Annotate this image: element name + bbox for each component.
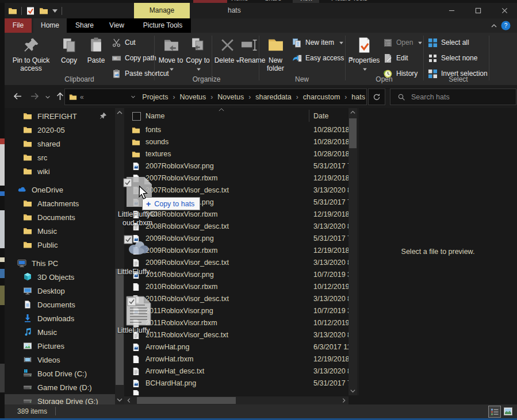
- sidebar-item[interactable]: Music: [5, 325, 115, 339]
- file-row[interactable]: 2009RobloxVisor.png 5/31/2017 7: [124, 233, 349, 245]
- file-row[interactable]: BCHardHat.png 5/31/2017 7: [124, 377, 349, 390]
- copy-path-button[interactable]: W... Copy path: [112, 52, 156, 64]
- scroll-left-icon[interactable]: [126, 398, 132, 403]
- move-to-button[interactable]: Move to: [156, 34, 185, 72]
- new-item-button[interactable]: New item: [292, 36, 343, 49]
- file-row[interactable]: 2008RobloxVisor_desc.txt 3/13/2020 8: [124, 221, 349, 233]
- folder-icon[interactable]: [39, 6, 48, 16]
- recent-locations-chevron-icon[interactable]: [45, 94, 51, 100]
- file-row[interactable]: fonts 10/28/2018: [124, 124, 349, 136]
- breadcrumb-item[interactable]: shareddata: [254, 93, 293, 101]
- sidebar-item[interactable]: 2020-05: [5, 123, 115, 137]
- large-icons-view-button[interactable]: [502, 406, 514, 417]
- file-row[interactable]: ArrowHat.png 6/3/2017 11: [124, 341, 349, 353]
- tab-share[interactable]: Share: [69, 18, 100, 33]
- breadcrumb-item[interactable]: Projects: [141, 93, 169, 101]
- scroll-right-icon[interactable]: [341, 398, 347, 403]
- file-row[interactable]: 2009RobloxVisor.rbxm 12/19/2018: [124, 245, 349, 257]
- sidebar-item[interactable]: Documents: [5, 210, 115, 224]
- pin-to-quick-access-button[interactable]: Pin to Quick access: [7, 34, 55, 72]
- up-icon[interactable]: [55, 91, 65, 101]
- scroll-up-icon[interactable]: [350, 109, 356, 115]
- back-icon[interactable]: [13, 91, 22, 101]
- sidebar-item[interactable]: Pictures: [5, 339, 115, 353]
- cut-button[interactable]: Cut: [112, 36, 136, 49]
- minimize-button[interactable]: [439, 3, 465, 18]
- file-row[interactable]: 2010RobloxVisor_desc.txt 3/13/2020 8: [124, 293, 349, 305]
- file-row[interactable]: 2007RobloxVisor.png 5/31/2017 7: [124, 160, 349, 172]
- file-row[interactable]: 2010RobloxVisor.png 10/7/2019 3: [124, 269, 349, 281]
- breadcrumb-item[interactable]: hats: [350, 93, 366, 101]
- sidebar-item[interactable]: Boot Drive (C:): [5, 367, 115, 380]
- breadcrumb-item[interactable]: charcustom: [302, 93, 342, 101]
- sidebar-item[interactable]: 3D Objects: [5, 270, 115, 284]
- file-row[interactable]: 2011RobloxVisor_desc.txt 3/13/2020 8: [124, 329, 349, 341]
- file-row[interactable]: sounds 10/28/2018: [124, 136, 349, 148]
- sidebar-item[interactable]: shared: [5, 137, 115, 151]
- sidebar-item[interactable]: Game Drive (D:): [5, 380, 115, 394]
- sidebar-item[interactable]: Documents: [5, 298, 115, 311]
- file-row[interactable]: 2011RobloxVisor.png 10/7/2019 3: [124, 305, 349, 317]
- close-button[interactable]: [492, 3, 517, 18]
- delete-button[interactable]: Delete: [214, 34, 240, 64]
- manage-contextual-tab[interactable]: Manage: [134, 3, 190, 18]
- scrollbar-thumb[interactable]: [349, 118, 357, 148]
- tab-file[interactable]: File: [5, 18, 32, 33]
- scroll-up-icon[interactable]: [116, 109, 123, 116]
- tab-view[interactable]: View: [102, 18, 131, 33]
- file-row[interactable]: 2011RobloxVisor.rbxm 10/12/2019: [124, 317, 349, 329]
- sidebar-item[interactable]: Public: [5, 238, 115, 252]
- scrollbar-thumb[interactable]: [137, 397, 236, 404]
- file-list-horizontal-scrollbar[interactable]: [124, 396, 349, 404]
- sidebar-item[interactable]: Desktop: [5, 284, 115, 298]
- scroll-down-icon[interactable]: [350, 388, 356, 394]
- properties-button[interactable]: Properties: [346, 34, 382, 72]
- file-row[interactable]: 2008RobloxVisor.rbxm 12/19/2018: [124, 209, 349, 221]
- file-row[interactable]: 2007RobloxVisor_desc.txt 3/13/2020 8: [124, 184, 349, 196]
- maximize-button[interactable]: [465, 3, 491, 18]
- tab-picture-tools[interactable]: Picture Tools: [135, 18, 190, 33]
- column-header-date[interactable]: Date: [313, 112, 328, 120]
- sidebar-item[interactable]: OneDrive: [5, 183, 115, 196]
- select-all-checkbox[interactable]: [132, 112, 141, 121]
- select-none-button[interactable]: Select none: [428, 52, 477, 64]
- file-row[interactable]: 2010RobloxVisor.rbxm 10/12/2019: [124, 281, 349, 293]
- column-divider[interactable]: [309, 110, 309, 122]
- file-row[interactable]: textures 10/28/2018: [124, 148, 349, 160]
- refresh-button[interactable]: [368, 88, 385, 105]
- scrollbar-thumb[interactable]: [116, 269, 124, 385]
- edit-button[interactable]: Edit: [383, 52, 408, 64]
- file-row[interactable]: ArrowHat.rbxm 12/19/2018: [124, 353, 349, 365]
- folder-icon[interactable]: [8, 6, 17, 16]
- copy-to-button[interactable]: Copy to: [185, 34, 210, 72]
- new-folder-button[interactable]: New folder: [262, 34, 289, 72]
- search-box[interactable]: [390, 88, 516, 105]
- address-bar[interactable]: « Projects› Novetus› Novetus› shareddata…: [64, 88, 367, 105]
- file-row[interactable]: ArrowHat_desc.txt 3/13/2020 8: [124, 365, 349, 377]
- tab-home[interactable]: Home: [33, 18, 67, 33]
- easy-access-button[interactable]: Easy access: [292, 52, 353, 64]
- sidebar-item[interactable]: Downloads: [5, 311, 115, 325]
- scroll-down-icon[interactable]: [116, 396, 123, 403]
- copy-button[interactable]: Copy: [56, 34, 82, 64]
- sidebar-item[interactable]: This PC: [5, 256, 115, 270]
- sidebar-item[interactable]: wiki: [5, 164, 115, 178]
- sidebar-item[interactable]: Attachments: [5, 196, 115, 210]
- address-dropdown-chevron-icon[interactable]: [131, 94, 136, 99]
- properties-check-icon[interactable]: [26, 6, 35, 16]
- sidebar-item[interactable]: Storage Drive (G:): [5, 394, 115, 404]
- collapse-ribbon-icon[interactable]: [491, 22, 497, 29]
- sidebar-item[interactable]: Music: [5, 224, 115, 238]
- sidebar-item[interactable]: Videos: [5, 353, 115, 367]
- details-view-button[interactable]: [488, 406, 501, 418]
- file-row[interactable]: 2008RobloxVisor.png 5/31/2017 7: [124, 196, 349, 209]
- rename-button[interactable]: Rename: [239, 34, 259, 64]
- search-input[interactable]: [410, 93, 504, 102]
- sidebar-scrollbar[interactable]: [115, 108, 124, 404]
- file-list-vertical-scrollbar[interactable]: [349, 108, 357, 395]
- paste-button[interactable]: Paste: [83, 34, 109, 64]
- file-row[interactable]: 2007RobloxVisor.rbxm 12/19/2018: [124, 172, 349, 184]
- file-row[interactable]: 2009RobloxVisor_desc.txt 3/13/2020 8: [124, 257, 349, 269]
- select-all-button[interactable]: Select all: [428, 36, 469, 49]
- column-header-name[interactable]: Name: [145, 112, 164, 120]
